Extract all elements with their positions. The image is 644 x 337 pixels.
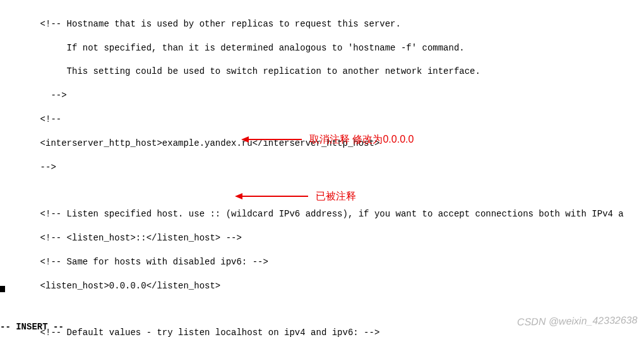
code-line: If not specified, than it is determined … [19, 42, 644, 54]
code-line: <!-- [19, 114, 644, 126]
code-line: <interserver_http_host>example.yandex.ru… [19, 138, 644, 150]
code-line: <!-- Hostname that is used by other repl… [19, 18, 644, 30]
vim-mode-status: -- INSERT -- [0, 321, 64, 333]
watermark: CSDN @weixin_42332638 [517, 314, 638, 329]
cursor-mark [0, 286, 5, 292]
code-line: <!-- Same for hosts with disabled ipv6: … [19, 256, 644, 268]
code-line: --> [19, 162, 644, 174]
code-editor[interactable]: <!-- Hostname that is used by other repl… [0, 0, 644, 337]
code-line: <!-- Listen specified host. use :: (wild… [19, 208, 644, 220]
code-line: <listen_host>0.0.0.0</listen_host> [19, 280, 644, 292]
code-line [19, 304, 644, 315]
code-line: --> [19, 90, 644, 102]
code-line: This setting could be used to switch rep… [19, 66, 644, 78]
code-line: <!-- <listen_host>::</listen_host> --> [19, 232, 644, 244]
code-line: <!-- Default values - try listen localho… [19, 327, 644, 337]
code-line [19, 185, 644, 196]
